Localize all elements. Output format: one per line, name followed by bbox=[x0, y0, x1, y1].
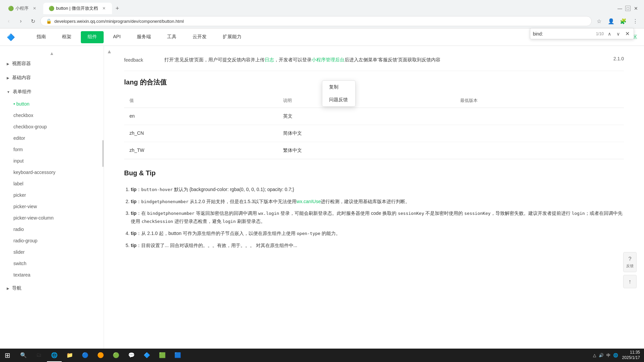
content-scroll-indicator[interactable]: ▲ bbox=[107, 49, 112, 55]
nav-tools[interactable]: 工具 bbox=[159, 28, 184, 46]
context-menu-feedback[interactable]: 问题反馈 bbox=[322, 94, 355, 106]
nav-api[interactable]: API bbox=[105, 28, 129, 46]
taskbar-ime-icon[interactable]: 中 bbox=[606, 353, 610, 358]
sidebar-item-input[interactable]: input bbox=[0, 155, 104, 167]
sidebar-item-checkbox-group[interactable]: checkbox-group bbox=[0, 121, 104, 132]
nav-guide[interactable]: 指南 bbox=[29, 28, 54, 46]
sidebar-item-radio-group[interactable]: radio-group bbox=[0, 235, 104, 246]
feedback-description: 打开'意见反馈'页面，用户可提交反馈内容并上传日志，开发者可以登录小程序管理后台… bbox=[164, 56, 590, 64]
browser-chrome: 🟢 小程序 ✕ 🟢 button | 微信开放文档 ✕ + — □ ✕ ‹ › … bbox=[0, 0, 644, 28]
back-button[interactable]: ‹ bbox=[4, 16, 13, 26]
sidebar: ▲ ▶ 视图容器 ▶ 基础内容 ▼ 表单组件 bbox=[0, 46, 104, 360]
col-version: 最低版本 bbox=[455, 94, 624, 108]
lang-en-desc: 英文 bbox=[278, 108, 455, 125]
minimize-button[interactable]: — bbox=[617, 6, 623, 11]
chevron-right-icon-2: ▶ bbox=[7, 76, 9, 80]
sidebar-section-view-header[interactable]: ▶ 视图容器 bbox=[0, 57, 104, 70]
bug-tip-title: Bug & Tip bbox=[124, 169, 624, 177]
tip2-text: tip：bindgetphonenumber 从1.2.0 开始支持，但是在1.… bbox=[131, 199, 410, 204]
miniprogram-admin-link[interactable]: 小程序管理后台 bbox=[312, 57, 344, 62]
start-button[interactable]: ⊞ bbox=[0, 349, 15, 362]
chevron-right-icon: ▶ bbox=[7, 62, 9, 66]
extensions-button[interactable]: 🧩 bbox=[619, 16, 628, 26]
taskbar-app5[interactable]: 🟩 bbox=[155, 349, 170, 362]
tip3-text: tip：在 bindgetphonenumber 等返回加密信息的回调中调用 w… bbox=[131, 210, 623, 224]
sidebar-section-nav: ▶ 导航 bbox=[0, 282, 104, 295]
app6-icon: 🟦 bbox=[174, 351, 181, 359]
log-link[interactable]: 日志 bbox=[265, 57, 274, 62]
top-nav-links: 指南 框架 组件 API 服务端 工具 云开发 扩展能力 bbox=[29, 28, 250, 46]
tab-button-docs[interactable]: 🟢 button | 微信开放文档 ✕ bbox=[43, 3, 112, 14]
sidebar-item-label[interactable]: label bbox=[0, 178, 104, 189]
more-button[interactable]: ⋮ bbox=[631, 16, 640, 26]
sidebar-item-form[interactable]: form bbox=[0, 144, 104, 155]
taskbar-app2[interactable]: 🟠 bbox=[93, 349, 108, 362]
sidebar-section-nav-header[interactable]: ▶ 导航 bbox=[0, 282, 104, 295]
sidebar-item-checkbox[interactable]: checkbox bbox=[0, 110, 104, 121]
nav-framework[interactable]: 框架 bbox=[54, 28, 79, 46]
context-menu-copy[interactable]: 复制 bbox=[322, 81, 355, 94]
sidebar-item-textarea[interactable]: textarea bbox=[0, 269, 104, 281]
list-item: tip：button-hover 默认为 {background-color: … bbox=[131, 184, 624, 196]
sidebar-item-radio[interactable]: radio bbox=[0, 224, 104, 235]
sidebar-item-slider[interactable]: slider bbox=[0, 246, 104, 258]
profile-button[interactable]: 👤 bbox=[606, 16, 616, 26]
feedback-button[interactable]: ? 反馈 bbox=[623, 252, 637, 272]
taskbar-folder[interactable]: 📁 bbox=[62, 349, 77, 362]
sidebar-item-editor[interactable]: editor bbox=[0, 132, 104, 144]
tab-miniprogram[interactable]: 🟢 小程序 ✕ bbox=[3, 3, 43, 14]
list-item: tip：在 bindgetphonenumber 等返回加密信息的回调中调用 w… bbox=[131, 207, 624, 228]
search-icon: 🔍 bbox=[20, 351, 27, 359]
maximize-button[interactable]: □ bbox=[625, 6, 631, 11]
taskbar-app4[interactable]: 🔷 bbox=[140, 349, 154, 362]
taskbar-expand-icon[interactable]: △ bbox=[593, 353, 596, 358]
taskbar-file-explorer[interactable]: 🗂 bbox=[32, 349, 46, 362]
address-bar-row: ‹ › ↻ 🔒 developers.weixin.qq.com/minipro… bbox=[0, 14, 644, 28]
taskbar-search[interactable]: 🔍 bbox=[16, 349, 31, 362]
taskbar-edge[interactable]: 🌐 bbox=[47, 349, 62, 362]
taskbar-app6[interactable]: 🟦 bbox=[170, 349, 185, 362]
find-bar: 1/10 ∧ ∨ ✕ bbox=[530, 28, 634, 39]
taskbar-network-icon[interactable]: 🌐 bbox=[613, 353, 618, 358]
find-close-button[interactable]: ✕ bbox=[624, 30, 631, 38]
tip5-text: tip：目前设置了... 回合对该组件的。。。有效，用于。。。 对其在原生组件中… bbox=[131, 243, 297, 248]
wechat-icon: 💬 bbox=[128, 351, 135, 359]
app5-icon: 🟩 bbox=[159, 351, 166, 359]
taskbar-clock[interactable]: 11:35 2025/1/17 bbox=[622, 350, 640, 360]
feedback-row: feedback 打开'意见反馈'页面，用户可提交反馈内容并上传日志，开发者可以… bbox=[124, 56, 624, 71]
taskbar-wechat[interactable]: 💬 bbox=[124, 349, 139, 362]
tab2-close[interactable]: ✕ bbox=[101, 6, 107, 11]
nav-extension[interactable]: 扩展能力 bbox=[215, 28, 250, 46]
taskbar-app1[interactable]: 🔵 bbox=[78, 349, 93, 362]
sidebar-item-picker[interactable]: picker bbox=[0, 189, 104, 201]
lang-table: 值 说明 最低版本 en 英文 zh_CN 简体中文 bbox=[124, 94, 624, 159]
close-window-button[interactable]: ✕ bbox=[633, 6, 639, 11]
sidebar-item-button[interactable]: button bbox=[0, 98, 104, 110]
can-i-use-link[interactable]: wx.canIUse bbox=[297, 199, 321, 204]
new-tab-button[interactable]: + bbox=[113, 4, 122, 13]
sidebar-item-picker-view[interactable]: picker-view bbox=[0, 201, 104, 212]
sidebar-item-keyboard-accessory[interactable]: keyboard-accessory bbox=[0, 167, 104, 178]
forward-button[interactable]: › bbox=[16, 16, 25, 26]
tab2-icon: 🟢 bbox=[49, 6, 54, 11]
find-next-button[interactable]: ∨ bbox=[615, 31, 621, 37]
tab1-close[interactable]: ✕ bbox=[32, 6, 37, 11]
sidebar-item-picker-view-column[interactable]: picker-view-column bbox=[0, 212, 104, 224]
reload-button[interactable]: ↻ bbox=[28, 16, 38, 26]
sidebar-section-view-label: 视图容器 bbox=[12, 61, 31, 67]
taskbar-volume-icon[interactable]: 🔊 bbox=[599, 353, 604, 358]
find-prev-button[interactable]: ∧ bbox=[606, 31, 612, 37]
clock-time: 11:35 bbox=[622, 350, 640, 355]
sidebar-scroll-up[interactable]: ▲ bbox=[0, 49, 104, 57]
sidebar-section-basic-header[interactable]: ▶ 基础内容 bbox=[0, 71, 104, 84]
address-bar[interactable]: 🔒 developers.weixin.qq.com/miniprogram/d… bbox=[40, 16, 592, 26]
back-to-top-button[interactable]: ↑ bbox=[623, 275, 637, 288]
nav-server[interactable]: 服务端 bbox=[129, 28, 159, 46]
sidebar-item-switch[interactable]: switch bbox=[0, 258, 104, 269]
sidebar-section-form-header[interactable]: ▼ 表单组件 bbox=[0, 85, 104, 98]
nav-cloud[interactable]: 云开发 bbox=[184, 28, 215, 46]
bookmark-button[interactable]: ☆ bbox=[594, 16, 604, 26]
taskbar-app3[interactable]: 🟢 bbox=[109, 349, 123, 362]
nav-component[interactable]: 组件 bbox=[81, 31, 104, 43]
find-input[interactable] bbox=[533, 31, 593, 37]
